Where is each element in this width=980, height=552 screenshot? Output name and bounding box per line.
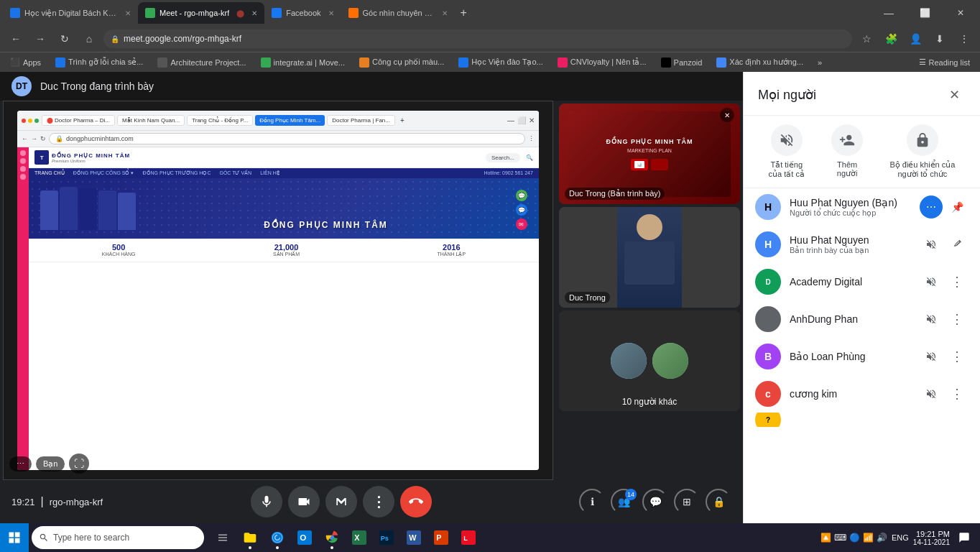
person-5-more-btn[interactable]: ⋮ <box>946 345 969 368</box>
tab-4-close[interactable]: ✕ <box>442 9 448 17</box>
reading-list[interactable]: ☰ Reading list <box>915 56 974 68</box>
hangup-icon <box>409 494 423 509</box>
taskbar-app-photoshop[interactable]: Ps <box>374 525 399 551</box>
activities-button[interactable]: ⊞ <box>674 489 700 515</box>
screen-share-controls: ⋯ Bạn ⛶ <box>9 454 89 474</box>
chat-button[interactable]: 💬 <box>642 489 668 515</box>
taskbar-app-file-explorer[interactable] <box>237 525 263 551</box>
shield-button[interactable]: 🔒 <box>706 489 731 515</box>
bookmark-apps[interactable]: ⬛ Apps <box>6 56 45 68</box>
screen-more-btn[interactable]: ⋯ <box>9 456 32 472</box>
person-2-mute-icon <box>920 233 943 256</box>
screen-expand-btn[interactable]: ⛶ <box>69 454 89 474</box>
screen-label-btn[interactable]: Bạn <box>36 456 65 472</box>
tray-keyboard[interactable]: ⌨ <box>834 533 846 543</box>
person-6-more-btn[interactable]: ⋮ <box>946 382 969 405</box>
svg-text:X: X <box>354 533 360 542</box>
meeting-controls: 19:21 | rgo-mhga-krf ⋮ ℹ <box>0 480 743 523</box>
back-button[interactable]: ← <box>6 29 26 49</box>
edge-icon <box>270 530 285 545</box>
download-button[interactable]: ⬇ <box>930 29 950 49</box>
windows-icon <box>7 530 22 545</box>
person-4-more-btn[interactable]: ⋮ <box>946 308 969 331</box>
taskbar-app-app11[interactable]: L <box>456 525 481 551</box>
clock-date: 14-11-2021 <box>913 538 950 546</box>
tab-3-close[interactable]: ✕ <box>328 9 334 17</box>
mic-button[interactable] <box>251 486 282 518</box>
tray-volume[interactable]: 🔊 <box>877 533 887 543</box>
taskbar: Type here to search O <box>0 523 980 552</box>
bookmark-2[interactable]: Architecture Project... <box>153 56 250 69</box>
bookmark-4[interactable]: Công cụ phối màu... <box>355 56 448 69</box>
taskbar-search[interactable]: Type here to search <box>32 526 204 549</box>
taskbar-app-edge[interactable] <box>264 525 290 551</box>
taskbar-app-app10[interactable]: P <box>428 525 454 551</box>
bookmark-8[interactable]: Xác định xu hướng... <box>712 56 808 69</box>
tab-1[interactable]: Học viện Digital Bách Khoa | Bac... ✕ <box>3 2 138 24</box>
start-button[interactable] <box>0 523 29 552</box>
add-person-label: Thêmngười <box>837 160 858 178</box>
person-3-more-btn[interactable]: ⋮ <box>946 270 969 293</box>
stat-2-label: SẢN PHẨM <box>273 252 300 257</box>
bookmark-more[interactable]: » <box>813 57 826 68</box>
bookmark-6[interactable]: CNVloyalty | Nên tả... <box>553 56 651 69</box>
meeting-area: DT Duc Trong đang trình bày <box>0 72 743 523</box>
tab-1-close[interactable]: ✕ <box>125 9 131 17</box>
tray-chevron[interactable]: 🔼 <box>820 533 831 543</box>
people-panel-close[interactable]: ✕ <box>943 83 966 106</box>
bookmark-star[interactable]: ☆ <box>856 29 877 49</box>
tab-2-x[interactable]: ✕ <box>251 9 257 17</box>
people-panel: Mọi người ✕ Tắt tiếngcủa tất cả Thêmngườ… <box>743 72 980 552</box>
taskbar-app-chrome[interactable] <box>319 525 345 551</box>
camera-button[interactable] <box>288 486 320 518</box>
info-button[interactable]: ℹ <box>579 489 605 515</box>
hangup-button[interactable] <box>400 486 432 518</box>
bookmark-5[interactable]: Học Viện đào Tạo... <box>454 56 547 69</box>
person-3-info: Academy Digital <box>790 276 911 288</box>
close-button[interactable]: ✕ <box>944 0 977 26</box>
taskbar-app-outlook[interactable]: O <box>292 525 318 551</box>
new-tab-button[interactable]: + <box>455 4 473 22</box>
ppt-close-icon[interactable]: ✕ <box>720 108 734 122</box>
address-bar[interactable]: 🔒 meet.google.com/rgo-mhga-krf <box>103 29 852 48</box>
forward-button[interactable]: → <box>30 29 50 49</box>
ppt-title: ĐỒNG PHỤC MINH TÂM <box>606 138 693 145</box>
tab-2[interactable]: Meet - rgo-mhga-krf ⬤ ✕ <box>138 2 264 24</box>
meeting-time: 19:21 <box>11 497 35 507</box>
person-1-more-btn[interactable]: ⋯ <box>920 196 943 218</box>
person-1-pin-btn[interactable]: 📌 <box>946 196 969 218</box>
add-person-action[interactable]: Thêmngười <box>831 124 863 179</box>
notification-center[interactable] <box>954 528 974 548</box>
share-button[interactable] <box>325 486 357 518</box>
mock-site: T ĐỒNG PHỤC MINH TÂM Premium Uniform Sea… <box>17 147 539 470</box>
tab-3[interactable]: Facebook ✕ <box>264 2 341 24</box>
host-controls-label: Bộ điều khiển củangười tổ chức <box>889 160 955 179</box>
bookmark-7[interactable]: Panzoid <box>657 56 707 69</box>
person-item-5: B Bảo Loan Phùng ⋮ <box>744 338 980 375</box>
mock-browser-toolbar: ⬤ Doctor Pharma – Di... Mắt Kính Nam Qua… <box>17 111 539 131</box>
taskbar-apps: O X Ps W P L <box>210 525 481 551</box>
participants-button[interactable]: 👥 14 <box>611 489 637 515</box>
more-options-button[interactable]: ⋮ <box>363 486 394 518</box>
maximize-button[interactable]: ⬜ <box>908 0 941 26</box>
profile-button[interactable]: 👤 <box>905 29 925 49</box>
settings-button[interactable]: ⋮ <box>954 29 974 49</box>
taskbar-app-task-view[interactable] <box>210 525 236 551</box>
taskbar-app-excel[interactable]: X <box>346 525 372 551</box>
minimize-button[interactable]: — <box>872 0 905 26</box>
tray-language[interactable]: ENG <box>892 533 909 542</box>
tab-2-close[interactable]: ⬤ <box>236 9 244 17</box>
tab-4[interactable]: Góc nhìn chuyên gia: Dòng tiền ... ✕ <box>341 2 455 24</box>
taskbar-app-word[interactable]: W <box>401 525 427 551</box>
extensions-button[interactable]: 🧩 <box>881 29 901 49</box>
task-view-icon <box>216 531 229 544</box>
host-controls-action[interactable]: Bộ điều khiển củangười tổ chức <box>889 124 955 179</box>
tray-wifi[interactable]: 📶 <box>863 533 874 543</box>
tray-bluetooth[interactable]: 🔵 <box>849 533 860 543</box>
bookmark-1-label: Trình gỡ lỗi chia sẻ... <box>68 58 143 67</box>
mute-all-action[interactable]: Tắt tiếngcủa tất cả <box>769 124 805 179</box>
reload-button[interactable]: ↻ <box>55 29 75 49</box>
home-button[interactable]: ⌂ <box>79 29 99 49</box>
bookmark-3[interactable]: integrate.ai | Move... <box>256 56 349 69</box>
bookmark-1[interactable]: Trình gỡ lỗi chia sẻ... <box>51 56 147 69</box>
